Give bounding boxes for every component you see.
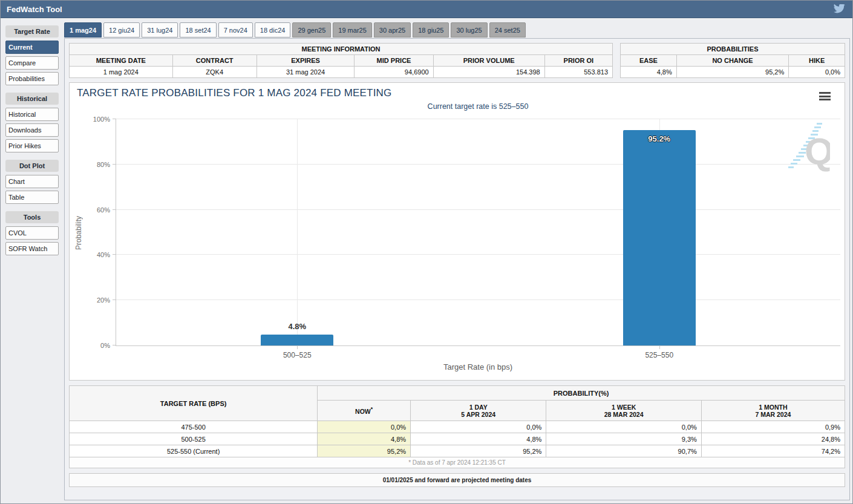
gridline <box>116 209 840 210</box>
meeting-info-row: 1 mag 2024 ZQK4 31 mag 2024 94,6900 154.… <box>70 67 613 78</box>
y-axis-label: 60% <box>79 206 110 214</box>
table-row: 475-5000,0%0,0%0,0%0,9% <box>70 421 845 433</box>
probability-cell: 95,2% <box>411 445 546 457</box>
y-axis-tick <box>113 119 116 119</box>
y-axis-tick <box>113 164 116 165</box>
sidebar-item-historical[interactable]: Historical <box>5 108 59 121</box>
meeting-info-title: MEETING INFORMATION <box>70 44 613 55</box>
hamburger-menu-icon[interactable] <box>819 92 831 102</box>
meeting-date-value: 1 mag 2024 <box>70 67 173 78</box>
tab-29-gen25[interactable]: 29 gen25 <box>292 22 331 38</box>
bar-data-label: 95.2% <box>648 134 670 143</box>
twitter-icon[interactable] <box>834 4 845 14</box>
sidebar-item-chart[interactable]: Chart <box>5 175 59 188</box>
y-axis-tick <box>113 254 116 255</box>
tab-12-giu24[interactable]: 12 giu24 <box>103 22 140 38</box>
col-1-week: 1 WEEK28 MAR 2024 <box>546 401 701 421</box>
sidebar-section-dot-plot: Dot Plot <box>5 160 59 172</box>
chart-title: TARGET RATE PROBABILITIES FOR 1 MAG 2024… <box>77 87 392 99</box>
probability-cell: 0,0% <box>546 421 701 433</box>
y-axis-tick <box>113 209 116 210</box>
probability-cell: 9,3% <box>546 433 701 445</box>
vertical-gridline <box>297 119 298 345</box>
col-now: NOW* <box>318 401 411 421</box>
target-rate-cell: 500-525 <box>70 433 318 445</box>
col-1-month: 1 MONTH7 MAR 2024 <box>701 401 845 421</box>
x-axis-category-label: 525–550 <box>645 351 673 359</box>
col-prior-oi: PRIOR OI <box>544 55 612 67</box>
tab-18-dic24[interactable]: 18 dic24 <box>255 22 291 38</box>
probabilities-summary-table: PROBABILITIES EASE NO CHANGE HIKE 4,8% 9… <box>620 43 845 78</box>
sidebar-item-probabilities[interactable]: Probabilities <box>5 72 59 85</box>
sidebar-item-sofr-watch[interactable]: SOFR Watch <box>5 242 59 255</box>
sidebar-item-prior-hikes[interactable]: Prior Hikes <box>5 139 59 152</box>
tab-7-nov24[interactable]: 7 nov24 <box>218 22 253 38</box>
sidebar-item-downloads[interactable]: Downloads <box>5 123 59 137</box>
y-axis-label: 100% <box>79 116 110 123</box>
y-axis-tick <box>113 299 116 300</box>
tab-30-lug25[interactable]: 30 lug25 <box>451 22 487 38</box>
table-row: 500-5254,8%4,8%9,3%24,8% <box>70 433 845 445</box>
probability-cell: 74,2% <box>701 445 845 457</box>
sidebar-section-target-rate: Target Rate <box>5 25 59 38</box>
app-header: FedWatch Tool <box>1 1 852 18</box>
bar-525-550[interactable] <box>623 130 696 345</box>
projected-dates-note: 01/01/2025 and forward are projected mee… <box>69 473 845 487</box>
sidebar-item-cvol[interactable]: CVOL <box>5 226 59 240</box>
col-contract: CONTRACT <box>172 55 257 67</box>
bar-data-label: 4.8% <box>288 322 306 331</box>
tab-30-apr25[interactable]: 30 apr25 <box>374 22 411 38</box>
probabilities-row: 4,8% 95,2% 0,0% <box>621 67 845 78</box>
x-axis-title: Target Rate (in bps) <box>116 362 840 371</box>
hike-value: 0,0% <box>789 67 845 78</box>
app-title: FedWatch Tool <box>7 5 62 14</box>
tab-18-set24[interactable]: 18 set24 <box>180 22 216 38</box>
target-rate-panel: MEETING INFORMATION MEETING DATE CONTRAC… <box>64 38 850 500</box>
data-as-of-footnote: * Data as of 7 apr 2024 12:21:35 CT <box>70 457 845 468</box>
y-axis-tick <box>113 345 116 345</box>
col-prior-volume: PRIOR VOLUME <box>433 55 544 67</box>
bar-500-525[interactable] <box>261 335 333 345</box>
probability-cell: 4,8% <box>411 433 546 445</box>
probabilities-title: PROBABILITIES <box>621 44 845 55</box>
col-expires: EXPIRES <box>257 55 355 67</box>
y-axis-label: 40% <box>79 251 110 258</box>
col-no-change: NO CHANGE <box>676 55 789 67</box>
sidebar-item-table[interactable]: Table <box>5 191 59 204</box>
sidebar: Target RateCurrentCompareProbabilitiesHi… <box>5 22 59 500</box>
tab-19-mar25[interactable]: 19 mar25 <box>333 22 371 38</box>
expires-value: 31 mag 2024 <box>257 67 355 78</box>
probability-cell: 0,0% <box>411 421 546 433</box>
target-rate-cell: 475-500 <box>70 421 318 433</box>
sidebar-item-current[interactable]: Current <box>5 41 59 54</box>
gridline <box>116 119 840 119</box>
probability-cell: 24,8% <box>701 433 845 445</box>
no-change-value: 95,2% <box>676 67 789 78</box>
col-target-rate-bps: TARGET RATE (BPS) <box>70 386 318 421</box>
prior-volume-value: 154.398 <box>433 67 544 78</box>
mid-price-value: 94,6900 <box>355 67 433 78</box>
chart-subtitle: Current target rate is 525–550 <box>116 102 840 111</box>
target-rate-cell: 525-550 (Current) <box>70 445 318 457</box>
col-ease: EASE <box>621 55 677 67</box>
y-axis-label: 80% <box>79 161 110 168</box>
gridline <box>116 164 840 165</box>
summary-tables-row: MEETING INFORMATION MEETING DATE CONTRAC… <box>69 43 845 78</box>
tab-24-set25[interactable]: 24 set25 <box>489 22 526 38</box>
probability-cell: 4,8% <box>318 433 411 445</box>
prior-oi-value: 553.813 <box>544 67 612 78</box>
col-probability-group: PROBABILITY(%) <box>318 386 845 401</box>
sidebar-item-compare[interactable]: Compare <box>5 56 59 70</box>
tab-1-mag24[interactable]: 1 mag24 <box>64 22 102 38</box>
tab-18-giu25[interactable]: 18 giu25 <box>413 22 449 38</box>
quikstrike-q-logo: Q <box>783 120 830 176</box>
ease-value: 4,8% <box>621 67 677 78</box>
chart-panel: TARGET RATE PROBABILITIES FOR 1 MAG 2024… <box>69 82 845 381</box>
probability-history-table: TARGET RATE (BPS) PROBABILITY(%) NOW* 1 … <box>69 385 845 468</box>
gridline <box>116 254 840 255</box>
probability-cell: 90,7% <box>546 445 701 457</box>
meeting-info-table: MEETING INFORMATION MEETING DATE CONTRAC… <box>69 43 613 78</box>
svg-text:Q: Q <box>805 130 830 172</box>
sidebar-section-historical: Historical <box>5 93 59 105</box>
tab-31-lug24[interactable]: 31 lug24 <box>142 22 178 38</box>
